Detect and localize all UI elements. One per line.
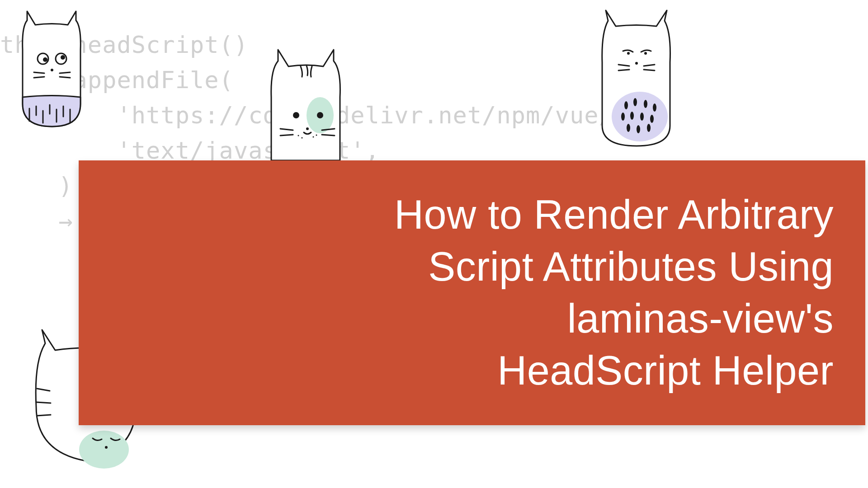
- svg-point-34: [630, 112, 634, 120]
- title-card: How to Render Arbitrary Script Attribute…: [79, 160, 865, 425]
- svg-point-31: [644, 100, 647, 108]
- svg-line-27: [322, 135, 335, 136]
- svg-point-48: [105, 446, 108, 449]
- svg-point-23: [316, 135, 317, 136]
- svg-point-39: [647, 124, 651, 132]
- svg-point-41: [644, 52, 647, 55]
- cat-illustration-top-left: [9, 9, 95, 145]
- svg-point-32: [653, 103, 656, 112]
- svg-point-19: [306, 127, 309, 130]
- cat-illustration-top-center: [253, 47, 359, 169]
- title-text: How to Render Arbitrary Script Attribute…: [394, 189, 834, 397]
- svg-point-20: [298, 135, 299, 136]
- svg-point-10: [61, 55, 65, 60]
- svg-point-33: [621, 113, 625, 121]
- svg-line-13: [34, 77, 44, 78]
- svg-point-42: [635, 62, 638, 65]
- svg-point-29: [624, 101, 628, 109]
- svg-point-38: [637, 125, 640, 133]
- svg-point-47: [79, 431, 129, 469]
- svg-point-22: [313, 136, 314, 138]
- svg-point-36: [650, 115, 654, 123]
- svg-point-11: [51, 69, 53, 71]
- svg-line-14: [60, 72, 70, 73]
- svg-point-8: [43, 57, 47, 62]
- svg-line-12: [34, 72, 44, 73]
- svg-line-46: [644, 70, 655, 70]
- svg-point-40: [627, 52, 630, 55]
- cat-illustration-top-right: [588, 8, 685, 153]
- svg-line-15: [60, 77, 70, 78]
- svg-point-30: [633, 98, 637, 106]
- svg-point-17: [293, 112, 299, 118]
- svg-point-21: [302, 137, 303, 139]
- svg-point-35: [640, 113, 644, 121]
- svg-line-44: [618, 70, 629, 70]
- svg-point-28: [612, 92, 668, 141]
- svg-point-37: [627, 124, 630, 132]
- svg-point-18: [317, 112, 323, 118]
- svg-line-25: [280, 135, 293, 136]
